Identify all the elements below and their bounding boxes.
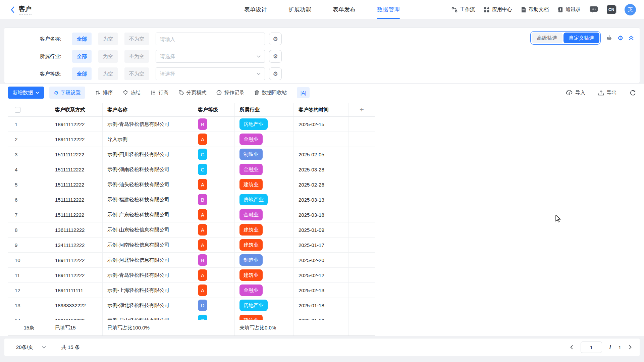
cell-date[interactable]: 2025-01-09 (294, 222, 349, 237)
column-header-industry[interactable]: 所属行业 (235, 103, 294, 116)
recycle-bin-button[interactable]: 数据回收站 (254, 90, 287, 96)
cell-date[interactable]: 2025-02-20 (294, 253, 349, 267)
industry-badge[interactable]: 房地产业 (239, 194, 268, 205)
cell-phone[interactable]: 15111112222 (50, 207, 103, 222)
avatar[interactable]: 英 (625, 4, 636, 15)
cell-phone[interactable]: 18911112222 (50, 313, 103, 320)
cell-phone[interactable]: 13611112222 (50, 222, 103, 237)
clear-filter-icon[interactable] (606, 35, 612, 41)
table-row[interactable]: 12 18911111111 示例-上海轻松科技有限公司 A 金融业 2025-… (8, 283, 375, 298)
cell-phone[interactable]: 15111112222 (50, 192, 103, 207)
filter-industry-all[interactable]: 全部 (72, 50, 92, 63)
cell-date[interactable]: 2025-02-13 (294, 283, 349, 298)
sort-button[interactable]: 排序 (95, 90, 113, 96)
table-row[interactable]: 3 15111112222 示例-四川轻松科技有限公司 C 制造业 2025-0… (8, 147, 375, 162)
filter-level-empty[interactable]: 为空 (98, 67, 118, 80)
column-header-level[interactable]: 客户等级 (193, 103, 235, 116)
level-badge[interactable]: A (198, 179, 207, 190)
cell-date[interactable]: 2025-02-05 (294, 147, 349, 162)
cell-date[interactable]: 2025-03-18 (294, 207, 349, 222)
page-size-select[interactable]: 20条/页 (16, 344, 46, 351)
cell-name[interactable]: 示例-上海轻松科技有限公司 (103, 283, 193, 298)
cell-name[interactable]: 示例-湖北轻松科技有限公司 (103, 298, 193, 313)
level-badge[interactable]: C (198, 315, 207, 320)
table-row[interactable]: 6 15111112222 示例-福建轻松科技有限公司 B 房地产业 2025-… (8, 192, 375, 207)
cell-phone[interactable]: 18911112222 (50, 268, 103, 282)
nav-help-docs[interactable]: 帮助文档 (521, 6, 549, 13)
column-header-phone[interactable]: 客户联系方式 (50, 103, 103, 116)
cell-date[interactable]: 2025-02-12 (294, 268, 349, 282)
tab-form-design[interactable]: 表单设计 (244, 0, 267, 19)
filter-industry-settings-button[interactable]: ⚙ (269, 50, 282, 63)
cell-date[interactable]: 2025-03-28 (294, 162, 349, 177)
export-button[interactable]: 导出 (598, 90, 617, 96)
table-row[interactable]: 9 13411112222 示例-河南轻松信息有限公司 A 建筑业 2025-0… (8, 238, 375, 253)
industry-badge[interactable]: 制造业 (239, 254, 263, 266)
select-all-checkbox[interactable] (15, 107, 20, 113)
filter-name-empty[interactable]: 为空 (98, 33, 118, 45)
level-badge[interactable]: B (198, 254, 207, 266)
cell-date[interactable]: 2025-01-18 (294, 298, 349, 313)
custom-filter-option[interactable]: 自定义筛选 (564, 33, 599, 43)
add-data-button[interactable]: 新增数据 (8, 87, 44, 99)
filter-name-not-empty[interactable]: 不为空 (124, 33, 149, 45)
industry-badge[interactable]: 建筑业 (239, 224, 263, 236)
industry-badge[interactable]: 房地产业 (239, 118, 268, 130)
cell-name[interactable]: 示例-河北轻松信息有限公司 (103, 253, 193, 267)
filter-industry-not-empty[interactable]: 不为空 (124, 50, 149, 63)
level-badge[interactable]: A (198, 134, 207, 145)
table-row[interactable]: 2 18911112222 导入示例 A 金融业 (8, 132, 375, 147)
collapse-icon[interactable] (628, 35, 634, 41)
industry-badge[interactable]: 金融业 (239, 209, 263, 220)
filter-name-settings-button[interactable]: ⚙ (269, 33, 282, 45)
cell-name[interactable]: 示例-青岛轻松信息有限公司 (103, 117, 193, 132)
filter-name-all[interactable]: 全部 (72, 33, 92, 45)
column-header-date[interactable]: 客户签约时间 (294, 103, 349, 116)
field-settings-button[interactable]: ⚙ 字段设置 (49, 87, 85, 99)
tab-extensions[interactable]: 扩展功能 (288, 0, 311, 19)
cell-name[interactable]: 导入示例 (103, 132, 193, 147)
industry-badge[interactable]: 金融业 (239, 134, 263, 145)
level-badge[interactable]: D (198, 300, 207, 311)
cell-phone[interactable]: 13411112222 (50, 238, 103, 252)
level-badge[interactable]: A (198, 239, 207, 251)
column-header-name[interactable]: 客户名称 (103, 103, 193, 116)
nav-workflow[interactable]: 工作流 (451, 6, 475, 13)
row-height-button[interactable]: 行高 (151, 90, 168, 96)
cell-name[interactable]: 示例-广东轻松科技有限公司 (103, 207, 193, 222)
cell-name[interactable]: 示例-四川轻松科技有限公司 (103, 147, 193, 162)
filter-level-all[interactable]: 全部 (72, 67, 92, 80)
cell-date[interactable]: 2025-02-26 (294, 177, 349, 192)
industry-badge[interactable]: 建筑业 (239, 239, 263, 251)
cell-name[interactable]: 示例-河南轻松信息有限公司 (103, 238, 193, 252)
chat-icon[interactable] (589, 6, 598, 13)
table-row[interactable]: 4 15111112222 示例-湖南轻松科技有限公司 C 金融业 2025-0… (8, 162, 375, 177)
table-row[interactable]: 10 18911112222 示例-河北轻松信息有限公司 B 制造业 2025-… (8, 253, 375, 268)
table-row[interactable]: 7 15111112222 示例-广东轻松科技有限公司 A 金融业 2025-0… (8, 207, 375, 222)
industry-badge[interactable]: 建筑业 (239, 269, 263, 281)
table-row[interactable]: 5 15111112222 示例-汕头轻松科技有限公司 A 建筑业 2025-0… (8, 177, 375, 192)
level-badge[interactable]: B (198, 194, 207, 205)
cell-phone[interactable]: 18911112222 (50, 117, 103, 132)
industry-badge[interactable]: 建筑业 (239, 179, 263, 190)
cell-date[interactable]: 2025-01-17 (294, 238, 349, 252)
tab-form-publish[interactable]: 表单发布 (333, 0, 356, 19)
freeze-button[interactable]: 冻结 (123, 90, 141, 96)
level-badge[interactable]: C (198, 149, 207, 160)
level-badge[interactable]: A (198, 224, 207, 236)
table-row[interactable]: 13 18933332222 示例-湖北轻松科技有限公司 D 房地产业 2025… (8, 298, 375, 313)
cell-date[interactable]: 2025-01-12 (294, 313, 349, 320)
language-badge[interactable]: CN (607, 5, 616, 14)
industry-badge[interactable]: 制造业 (239, 149, 263, 160)
cell-date[interactable]: 2025-03-13 (294, 192, 349, 207)
table-row[interactable]: 14 18911112222 示例-昆山轻松科技有限公司 C 建筑业 2025-… (8, 313, 375, 320)
filter-industry-empty[interactable]: 为空 (98, 50, 118, 63)
level-badge[interactable]: B (198, 118, 207, 130)
prev-page-button[interactable] (570, 345, 573, 350)
add-column-button[interactable]: + (360, 106, 364, 113)
filter-level-settings-button[interactable]: ⚙ (269, 67, 282, 80)
cell-phone[interactable]: 15111112222 (50, 162, 103, 177)
level-badge[interactable]: A (198, 269, 207, 281)
industry-badge[interactable]: 金融业 (239, 164, 263, 175)
customer-name-input[interactable] (156, 33, 265, 45)
